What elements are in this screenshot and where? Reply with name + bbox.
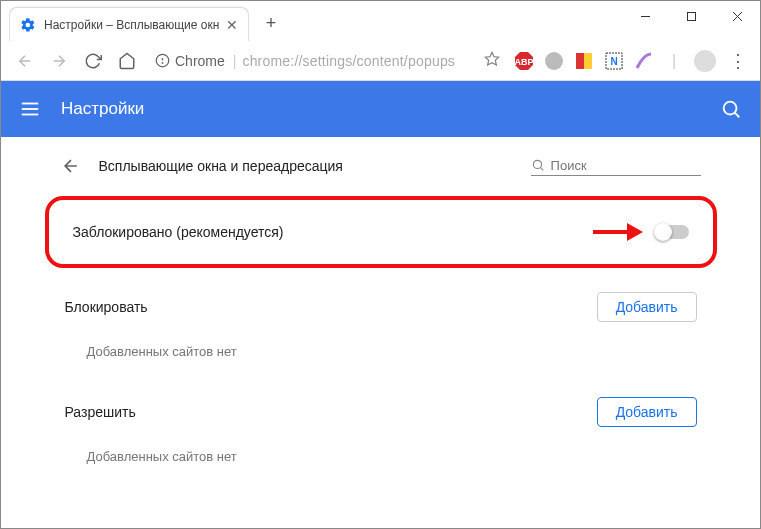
allow-section-title: Разрешить bbox=[65, 404, 136, 420]
svg-point-10 bbox=[545, 52, 563, 70]
allow-section: Разрешить Добавить Добавленных сайтов не… bbox=[41, 387, 721, 492]
svg-point-20 bbox=[533, 160, 541, 168]
tab-title: Настройки – Всплывающие окн bbox=[44, 18, 226, 32]
annotation-arrow-icon bbox=[593, 223, 643, 241]
svg-rect-1 bbox=[687, 12, 695, 20]
allow-empty-message: Добавленных сайтов нет bbox=[65, 441, 697, 482]
bookmark-star-icon[interactable] bbox=[484, 51, 500, 70]
settings-title: Настройки bbox=[61, 99, 720, 119]
extension-divider-icon: | bbox=[664, 51, 684, 71]
svg-line-19 bbox=[735, 113, 740, 118]
settings-header: Настройки bbox=[1, 81, 760, 137]
search-icon bbox=[531, 157, 545, 173]
secure-label: Chrome bbox=[175, 53, 225, 69]
minimize-button[interactable] bbox=[622, 1, 668, 31]
maximize-button[interactable] bbox=[668, 1, 714, 31]
svg-text:ABP: ABP bbox=[514, 57, 533, 67]
home-button[interactable] bbox=[113, 47, 141, 75]
page-header: Всплывающие окна и переадресация bbox=[41, 155, 721, 188]
back-arrow-icon[interactable] bbox=[61, 156, 81, 176]
page-title: Всплывающие окна и переадресация bbox=[99, 158, 531, 174]
svg-point-6 bbox=[162, 63, 163, 64]
content-scroll-area[interactable]: Всплывающие окна и переадресация Заблоки… bbox=[1, 137, 760, 528]
browser-tab[interactable]: Настройки – Всплывающие окн ✕ bbox=[9, 7, 249, 41]
extension-icon[interactable] bbox=[544, 51, 564, 71]
svg-rect-12 bbox=[584, 53, 592, 69]
settings-page: Всплывающие окна и переадресация Заблоки… bbox=[41, 137, 721, 522]
extensions-area: ABP N | ⋮ bbox=[514, 50, 750, 72]
address-bar: Chrome | chrome://settings/content/popup… bbox=[1, 41, 760, 81]
extension-icon[interactable]: N bbox=[604, 51, 624, 71]
adblock-extension-icon[interactable]: ABP bbox=[514, 51, 534, 71]
nav-forward-button[interactable] bbox=[45, 47, 73, 75]
block-section: Блокировать Добавить Добавленных сайтов … bbox=[41, 282, 721, 387]
reload-button[interactable] bbox=[79, 47, 107, 75]
close-window-button[interactable] bbox=[714, 1, 760, 31]
url-input[interactable]: Chrome | chrome://settings/content/popup… bbox=[147, 46, 508, 76]
header-search-icon[interactable] bbox=[720, 98, 742, 120]
tab-close-icon[interactable]: ✕ bbox=[226, 17, 238, 33]
popup-block-toggle[interactable] bbox=[655, 225, 689, 239]
settings-favicon-icon bbox=[20, 17, 36, 33]
svg-marker-7 bbox=[485, 52, 498, 65]
extension-icon[interactable] bbox=[574, 51, 594, 71]
block-section-title: Блокировать bbox=[65, 299, 148, 315]
url-divider: | bbox=[233, 53, 237, 69]
menu-icon[interactable] bbox=[19, 98, 41, 120]
blocked-toggle-row: Заблокировано (рекомендуется) bbox=[45, 196, 717, 268]
page-search-box[interactable] bbox=[531, 155, 701, 176]
svg-point-18 bbox=[724, 102, 737, 115]
profile-avatar-icon[interactable] bbox=[694, 50, 716, 72]
toggle-label: Заблокировано (рекомендуется) bbox=[73, 224, 655, 240]
window-titlebar: Настройки – Всплывающие окн ✕ + bbox=[1, 1, 760, 41]
svg-line-21 bbox=[540, 167, 543, 170]
svg-rect-11 bbox=[576, 53, 584, 69]
url-text: chrome://settings/content/popups bbox=[242, 53, 455, 69]
svg-text:N: N bbox=[610, 56, 617, 67]
browser-menu-button[interactable]: ⋮ bbox=[726, 50, 750, 72]
toggle-knob bbox=[654, 223, 672, 241]
site-info-icon[interactable]: Chrome bbox=[155, 53, 225, 69]
new-tab-button[interactable]: + bbox=[257, 9, 285, 37]
nav-back-button[interactable] bbox=[11, 47, 39, 75]
page-search-input[interactable] bbox=[551, 158, 701, 173]
extension-icon[interactable] bbox=[634, 51, 654, 71]
window-controls bbox=[622, 1, 760, 31]
block-empty-message: Добавленных сайтов нет bbox=[65, 336, 697, 377]
add-block-button[interactable]: Добавить bbox=[597, 292, 697, 322]
add-allow-button[interactable]: Добавить bbox=[597, 397, 697, 427]
